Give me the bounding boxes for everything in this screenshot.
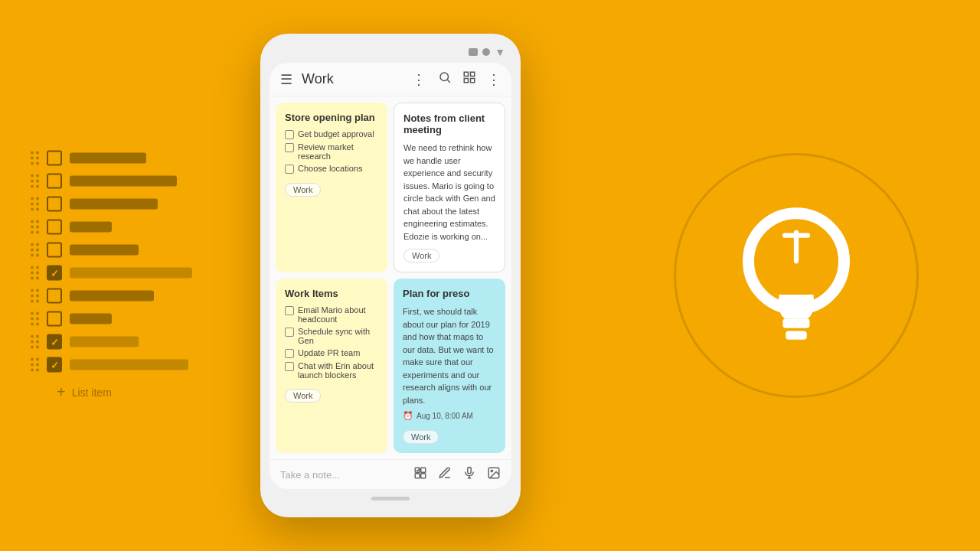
bottom-bar: Take a note... — [270, 459, 511, 489]
mini-checkbox-3[interactable] — [285, 165, 294, 174]
drag-handle[interactable] — [31, 220, 39, 234]
drag-handle[interactable] — [31, 266, 39, 280]
checkbox-9[interactable] — [47, 334, 62, 350]
list-item — [31, 197, 192, 212]
draw-icon[interactable] — [438, 466, 452, 483]
checkbox-8[interactable] — [47, 311, 62, 327]
note-store-opening[interactable]: Store opening plan Get budget approval R… — [276, 103, 387, 272]
status-arrow: ▼ — [495, 46, 505, 58]
list-item — [31, 151, 192, 166]
lightbulb-icon — [727, 199, 865, 352]
notes-grid: Store opening plan Get budget approval R… — [270, 96, 511, 459]
bottom-actions — [413, 466, 501, 483]
bar-5 — [70, 245, 139, 256]
bar-3 — [70, 199, 158, 210]
tag-work-store[interactable]: Work — [285, 183, 321, 197]
drag-handle[interactable] — [31, 289, 39, 303]
drag-handle[interactable] — [31, 243, 39, 257]
mini-checkbox-2[interactable] — [285, 143, 294, 152]
note-plan-preso[interactable]: Plan for preso First, we should talk abo… — [394, 279, 505, 453]
list-item — [31, 357, 192, 373]
checklist-text-2: Review market research — [298, 142, 378, 161]
drag-handle[interactable] — [31, 152, 39, 165]
svg-rect-9 — [421, 474, 426, 478]
grid-toggle-icon[interactable] — [462, 70, 476, 88]
note-client-body: We need to rethink how we handle user ex… — [403, 142, 495, 243]
header-dots-icon[interactable]: ⋮ — [412, 71, 426, 88]
bar-9 — [70, 337, 139, 347]
bar-2 — [70, 176, 177, 187]
drag-handle[interactable] — [31, 358, 39, 372]
work-item-4: Chat with Erin about launch blockers — [285, 361, 378, 380]
work-item-text-1: Email Mario about headcount — [298, 305, 378, 324]
checkbox-6[interactable] — [47, 266, 62, 281]
checklist-item-2: Review market research — [285, 142, 378, 161]
checklist-text-1: Get budget approval — [298, 129, 374, 139]
checkbox-4[interactable] — [47, 220, 62, 235]
list-item — [31, 220, 192, 235]
svg-rect-17 — [783, 318, 810, 328]
bar-4 — [70, 222, 112, 233]
note-client-title: Notes from client meeting — [403, 112, 495, 135]
phone-home-bar[interactable] — [371, 497, 410, 500]
checkbox-7[interactable] — [47, 289, 62, 304]
tag-work-client[interactable]: Work — [403, 249, 439, 262]
bar-6 — [70, 268, 192, 279]
svg-rect-18 — [786, 331, 807, 340]
work-item-3: Update PR team — [285, 348, 378, 358]
svg-line-1 — [447, 80, 449, 82]
work-mini-checkbox-3[interactable] — [285, 349, 294, 358]
work-mini-checkbox-1[interactable] — [285, 306, 294, 315]
list-item — [31, 334, 192, 350]
drag-handle[interactable] — [31, 197, 39, 211]
list-item — [31, 266, 192, 281]
add-list-item[interactable]: + List item — [31, 383, 192, 401]
search-icon[interactable] — [438, 70, 452, 88]
checkbox-10[interactable] — [47, 357, 62, 373]
checklist-item-1: Get budget approval — [285, 129, 378, 139]
note-client-meeting[interactable]: Notes from client meeting We need to ret… — [394, 103, 505, 272]
bar-10 — [70, 360, 188, 370]
tag-work-preso[interactable]: Work — [403, 430, 439, 444]
tag-work-items[interactable]: Work — [285, 389, 321, 403]
checkbox-5[interactable] — [47, 243, 62, 258]
note-work-items[interactable]: Work Items Email Mario about headcount S… — [276, 279, 387, 453]
hamburger-icon[interactable]: ☰ — [280, 71, 292, 88]
svg-rect-5 — [471, 79, 475, 83]
mini-checkbox-1[interactable] — [285, 130, 294, 139]
list-item — [31, 311, 192, 327]
svg-point-0 — [440, 73, 449, 81]
more-options-icon[interactable]: ⋮ — [487, 71, 501, 88]
image-icon[interactable] — [487, 466, 501, 483]
note-store-title: Store opening plan — [285, 112, 378, 123]
drag-handle[interactable] — [31, 335, 39, 349]
checkbox-2[interactable] — [47, 174, 62, 189]
work-item-2: Schedule sync with Gen — [285, 327, 378, 345]
drag-handle[interactable] — [31, 174, 39, 188]
svg-rect-2 — [464, 72, 468, 76]
drag-handle[interactable] — [31, 312, 39, 326]
mic-icon[interactable] — [462, 466, 476, 483]
checkbox-1[interactable] — [47, 151, 62, 166]
checkbox-3[interactable] — [47, 197, 62, 212]
keep-logo — [674, 153, 919, 398]
work-mini-checkbox-4[interactable] — [285, 362, 294, 371]
list-item — [31, 174, 192, 189]
checklist-icon[interactable] — [413, 466, 427, 483]
work-item-1: Email Mario about headcount — [285, 305, 378, 324]
checklist-item-3: Choose locations — [285, 164, 378, 174]
left-checklist: + List item — [31, 151, 192, 401]
reminder: ⏰ Aug 10, 8:00 AM — [403, 411, 496, 421]
svg-rect-10 — [468, 468, 472, 474]
phone: ▼ ☰ Work ⋮ ⋮ — [260, 34, 521, 517]
plus-icon: + — [57, 383, 66, 401]
work-mini-checkbox-2[interactable] — [285, 328, 294, 337]
svg-rect-4 — [464, 79, 468, 83]
phone-status-bar: ▼ — [270, 43, 511, 63]
phone-body: ▼ ☰ Work ⋮ ⋮ — [260, 34, 521, 517]
status-dot — [482, 48, 490, 56]
list-item — [31, 243, 192, 258]
checklist-text-3: Choose locations — [298, 164, 362, 173]
work-item-text-4: Chat with Erin about launch blockers — [298, 361, 378, 380]
take-note-placeholder[interactable]: Take a note... — [280, 469, 413, 481]
